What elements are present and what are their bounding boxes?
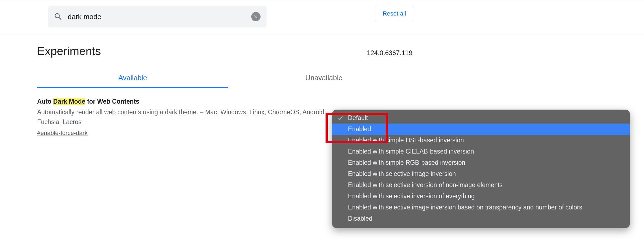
dropdown-option-label: Enabled with selective inversion of ever…: [348, 193, 475, 200]
page-title: Experiments: [37, 45, 101, 58]
flag-entry: Auto Dark Mode for Web Contents Automati…: [37, 98, 327, 137]
reset-all-button[interactable]: Reset all: [375, 6, 414, 21]
flag-title-pre: Auto: [37, 98, 53, 105]
version-text: 124.0.6367.119: [367, 49, 412, 57]
dropdown-option[interactable]: Disabled: [332, 213, 630, 224]
search-icon: [54, 12, 63, 21]
dropdown-option-label: Enabled: [348, 125, 371, 133]
dropdown-option-label: Enabled with simple RGB-based inversion: [348, 159, 465, 166]
flag-select-dropdown[interactable]: DefaultEnabledEnabled with simple HSL-ba…: [332, 110, 630, 228]
dropdown-option[interactable]: Enabled with simple HSL-based inversion: [332, 135, 630, 146]
close-icon: [253, 14, 258, 19]
tabs: Available Unavailable: [37, 69, 420, 88]
dropdown-option[interactable]: Enabled with selective image inversion: [332, 168, 630, 179]
dropdown-option-label: Default: [348, 114, 368, 121]
check-icon: [338, 115, 344, 121]
flag-anchor-link[interactable]: #enable-force-dark: [37, 130, 88, 137]
tab-available[interactable]: Available: [37, 69, 228, 88]
flag-description: Automatically render all web contents us…: [37, 107, 327, 127]
dropdown-option[interactable]: Enabled: [332, 124, 630, 135]
dropdown-option[interactable]: Enabled with simple RGB-based inversion: [332, 157, 630, 168]
dropdown-option[interactable]: Default: [332, 112, 630, 124]
dropdown-option-label: Enabled with selective image inversion b…: [348, 204, 582, 211]
dropdown-option-label: Disabled: [348, 215, 373, 222]
tab-unavailable[interactable]: Unavailable: [228, 69, 420, 88]
clear-search-button[interactable]: [251, 12, 261, 21]
dropdown-option-label: Enabled with selective inversion of non-…: [348, 181, 503, 188]
search-box[interactable]: [48, 6, 267, 28]
topbar: Reset all: [0, 0, 644, 33]
dropdown-option-label: Enabled with simple HSL-based inversion: [348, 137, 464, 144]
dropdown-option-label: Enabled with simple CIELAB-based inversi…: [348, 148, 474, 155]
dropdown-option[interactable]: Enabled with selective image inversion b…: [332, 202, 630, 213]
dropdown-option-label: Enabled with selective image inversion: [348, 170, 456, 177]
search-input[interactable]: [68, 13, 251, 21]
dropdown-option[interactable]: Enabled with simple CIELAB-based inversi…: [332, 146, 630, 157]
flag-title-post: for Web Contents: [85, 98, 139, 105]
flag-title-highlight: Dark Mode: [53, 98, 85, 105]
flag-title: Auto Dark Mode for Web Contents: [37, 98, 327, 105]
dropdown-option[interactable]: Enabled with selective inversion of ever…: [332, 191, 630, 202]
header-row: Experiments 124.0.6367.119: [37, 45, 421, 58]
dropdown-option[interactable]: Enabled with selective inversion of non-…: [332, 179, 630, 191]
